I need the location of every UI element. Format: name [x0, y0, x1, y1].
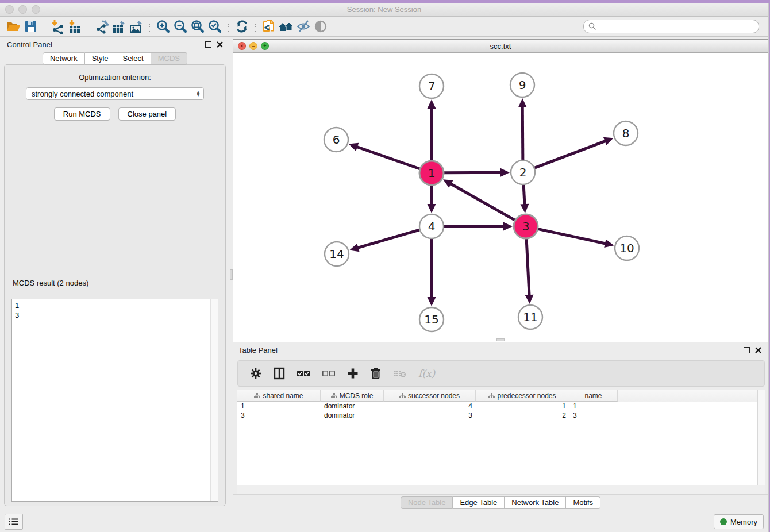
graph-edge-2-9[interactable] [522, 106, 523, 160]
graph-edge-1-6[interactable] [356, 147, 419, 169]
table-scrollbar[interactable] [757, 390, 765, 485]
close-panel-button[interactable]: Close panel [118, 107, 176, 121]
graph-edge-4-14[interactable] [357, 230, 419, 248]
home-icon[interactable] [278, 18, 295, 34]
delete-column-icon[interactable] [370, 367, 382, 380]
export-image-icon[interactable] [128, 18, 145, 34]
table-cell[interactable]: 3 [237, 411, 321, 419]
column-header-shared-name[interactable]: shared name [237, 390, 321, 402]
memory-button[interactable]: Memory [714, 514, 764, 529]
main-toolbar [0, 17, 768, 37]
graph-edge-arrowhead [500, 168, 510, 177]
control-panel-title: Control Panel [7, 40, 205, 49]
toolbar-separator [88, 20, 88, 33]
float-panel-icon[interactable] [205, 41, 211, 48]
graph-edge-arrowhead [428, 297, 436, 306]
graph-edge-2-8[interactable] [535, 141, 606, 168]
graph-node-label: 9 [519, 78, 526, 92]
show-all-icon[interactable] [312, 18, 329, 34]
optimization-criterion-select[interactable]: strongly connected component ▲▼ [26, 87, 204, 100]
result-scrollbar[interactable] [210, 299, 218, 501]
tab-network[interactable]: Network [43, 52, 85, 65]
column-header-predecessor-nodes[interactable]: predecessor nodes [476, 390, 569, 402]
table-cell[interactable]: 1 [476, 402, 569, 410]
gear-icon[interactable] [249, 367, 262, 380]
save-session-icon[interactable] [22, 18, 39, 34]
tab-select[interactable]: Select [116, 52, 151, 65]
divider-handle-icon[interactable] [496, 338, 505, 341]
graph-edge-3-1[interactable] [450, 183, 515, 220]
table-cell[interactable]: 3 [569, 411, 618, 419]
task-history-button[interactable] [5, 514, 23, 530]
tab-edge-table[interactable]: Edge Table [453, 496, 505, 509]
import-network-icon[interactable] [49, 18, 66, 34]
deselect-all-icon[interactable] [322, 369, 336, 377]
column-header-successor-nodes[interactable]: successor nodes [384, 390, 476, 402]
search-input[interactable] [599, 22, 754, 31]
graph-node-label: 10 [619, 241, 634, 255]
function-builder-icon: f(x) [418, 368, 435, 379]
tab-style[interactable]: Style [85, 52, 116, 65]
graph-node-label: 14 [329, 247, 344, 261]
graph-node-label: 4 [428, 219, 436, 233]
table-cell[interactable]: 1 [237, 402, 321, 410]
network-canvas[interactable]: 7968124314101511 [233, 53, 768, 342]
select-all-icon[interactable] [297, 369, 310, 377]
zoom-out-icon[interactable] [172, 18, 189, 34]
node-table: shared nameMCDS rolesuccessor nodesprede… [237, 390, 765, 485]
graph-edge-arrowhead [525, 295, 534, 304]
tab-mcds[interactable]: MCDS [151, 52, 187, 65]
table-cell[interactable]: 1 [569, 402, 618, 410]
column-header-label: predecessor nodes [497, 392, 556, 400]
export-table-icon[interactable] [110, 18, 128, 34]
hide-selected-icon[interactable] [295, 18, 312, 34]
tab-network-table[interactable]: Network Table [505, 496, 566, 509]
columns-icon[interactable] [274, 367, 285, 380]
toolbar-separator [149, 20, 150, 33]
column-header-MCDS-role[interactable]: MCDS role [321, 390, 384, 402]
float-panel-icon[interactable] [744, 347, 750, 353]
graph-edge-3-10[interactable] [538, 229, 606, 244]
graph-edge-3-11[interactable] [526, 239, 529, 296]
export-network-icon[interactable] [93, 18, 110, 34]
open-session-icon[interactable] [5, 18, 22, 34]
mcds-result-text[interactable]: 1 3 [12, 299, 210, 501]
chevron-updown-icon: ▲▼ [196, 91, 202, 97]
table-cell[interactable]: dominator [321, 402, 384, 410]
table-header-row: shared nameMCDS rolesuccessor nodesprede… [237, 390, 765, 402]
table-cell[interactable]: 4 [384, 402, 476, 410]
import-table-icon[interactable] [66, 18, 83, 34]
close-panel-icon[interactable] [755, 347, 761, 353]
run-mcds-button[interactable]: Run MCDS [54, 107, 110, 121]
add-column-icon[interactable] [347, 368, 359, 379]
window-title: Session: New Session [0, 5, 768, 14]
horizontal-scrollbar[interactable] [237, 485, 765, 494]
table-cell[interactable]: 2 [476, 411, 569, 419]
tab-motifs[interactable]: Motifs [566, 496, 600, 509]
memory-status-icon [720, 518, 727, 525]
delete-table-icon [393, 369, 407, 378]
column-header-label: name [584, 392, 602, 400]
graph-edge-arrowhead [349, 244, 359, 252]
close-panel-icon[interactable] [217, 41, 223, 48]
column-header-name[interactable]: name [569, 390, 618, 402]
status-bar: Memory [0, 511, 768, 532]
graph-edge-2-3[interactable] [523, 185, 525, 205]
tab-node-table[interactable]: Node Table [401, 496, 453, 509]
table-toolbar: f(x) [237, 360, 765, 387]
search-box[interactable] [583, 20, 759, 33]
toolbar-separator [228, 20, 229, 33]
zoom-selected-icon[interactable] [206, 18, 224, 34]
refresh-icon[interactable] [233, 18, 251, 34]
column-header-label: shared name [263, 392, 303, 400]
zoom-fit-icon[interactable] [189, 18, 206, 34]
table-row[interactable]: 1dominator411 [237, 402, 765, 411]
table-row[interactable]: 3dominator323 [237, 411, 765, 420]
zoom-in-icon[interactable] [155, 18, 172, 34]
graph-edge-1-2[interactable] [444, 172, 502, 173]
table-cell[interactable]: 3 [384, 411, 476, 419]
mcds-result-title: MCDS result (2 nodes) [11, 279, 90, 287]
table-cell[interactable]: dominator [321, 411, 384, 419]
graph-node-label: 3 [522, 219, 530, 233]
duplicate-network-icon[interactable] [260, 18, 278, 34]
